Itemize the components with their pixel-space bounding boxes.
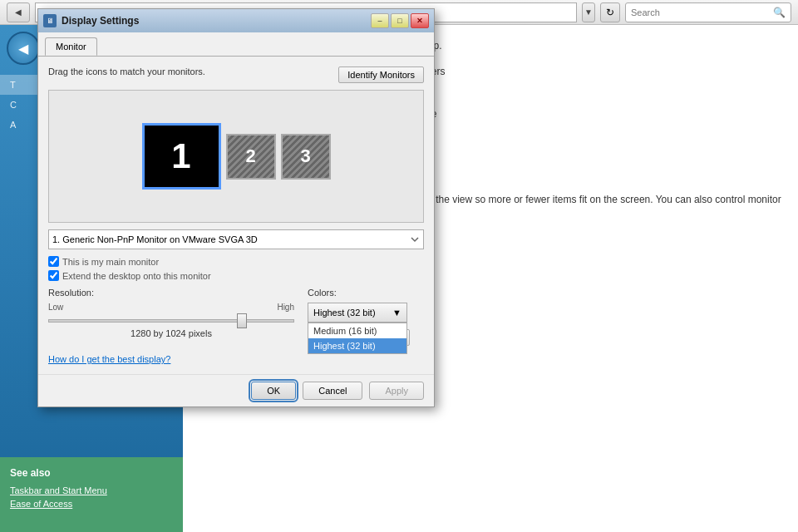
monitor-display-area: 1 2 3 bbox=[48, 90, 424, 223]
cancel-button[interactable]: Cancel bbox=[303, 382, 362, 400]
dialog-controls: – □ ✕ bbox=[371, 13, 429, 28]
ok-button[interactable]: OK bbox=[251, 382, 296, 400]
colors-label: Colors: bbox=[308, 288, 424, 298]
back-button[interactable]: ◀ bbox=[7, 2, 30, 22]
monitor-3-number: 3 bbox=[300, 145, 310, 167]
apply-button[interactable]: Apply bbox=[369, 382, 424, 400]
maximize-button[interactable]: □ bbox=[391, 13, 409, 28]
monitor-select-row: 1. Generic Non-PnP Monitor on VMware SVG… bbox=[48, 229, 424, 249]
top-row: Drag the icons to match your monitors. I… bbox=[48, 66, 424, 83]
colors-section: Colors: Highest (32 bit) ▼ Medium (16 bi… bbox=[308, 288, 424, 346]
colors-dropdown-menu: Medium (16 bit) Highest (32 bit) bbox=[308, 323, 407, 354]
refresh-button[interactable]: ↻ bbox=[600, 2, 620, 22]
monitor-3[interactable]: 3 bbox=[281, 134, 331, 180]
extend-desktop-label: Extend the desktop onto this monitor bbox=[62, 271, 211, 281]
search-input[interactable] bbox=[631, 7, 770, 17]
search-box[interactable]: 🔍 bbox=[625, 2, 791, 22]
help-link[interactable]: How do I get the best display? bbox=[48, 354, 424, 364]
colors-select-display[interactable]: Highest (32 bit) ▼ bbox=[308, 303, 407, 323]
resolution-section: Resolution: Low High 1280 by 1024 pixels bbox=[48, 288, 294, 338]
tab-monitor[interactable]: Monitor bbox=[45, 37, 97, 56]
colors-option-medium[interactable]: Medium (16 bit) bbox=[308, 323, 406, 338]
low-label: Low bbox=[48, 303, 63, 312]
dialog-title: Display Settings bbox=[62, 15, 139, 27]
colors-dropdown-arrow: ▼ bbox=[392, 308, 401, 318]
monitor-1-number: 1 bbox=[171, 136, 190, 176]
minimize-button[interactable]: – bbox=[371, 13, 389, 28]
dialog-title-left: 🖥 Display Settings bbox=[43, 14, 139, 27]
close-button[interactable]: ✕ bbox=[411, 13, 429, 28]
dialog-body: Drag the icons to match your monitors. I… bbox=[38, 57, 434, 374]
main-monitor-label: This is my main monitor bbox=[62, 257, 159, 267]
sidebar-back-button[interactable]: ◀ bbox=[7, 32, 40, 65]
monitor-1[interactable]: 1 bbox=[142, 123, 221, 190]
extend-desktop-row: Extend the desktop onto this monitor bbox=[48, 270, 424, 281]
slider-labels: Low High bbox=[48, 303, 294, 312]
dropdown-button[interactable]: ▼ bbox=[582, 2, 595, 22]
see-also-title: See also bbox=[10, 467, 173, 479]
colors-option-highest[interactable]: Highest (32 bit) bbox=[308, 338, 406, 353]
high-label: High bbox=[277, 303, 294, 312]
main-monitor-row: This is my main monitor bbox=[48, 256, 424, 267]
search-icon: 🔍 bbox=[773, 7, 786, 18]
resolution-label: Resolution: bbox=[48, 288, 294, 298]
drag-instruction: Drag the icons to match your monitors. bbox=[48, 66, 205, 76]
main-monitor-checkbox[interactable] bbox=[48, 256, 59, 267]
dialog-icon: 🖥 bbox=[43, 14, 57, 27]
colors-selected-value: Highest (32 bit) bbox=[313, 308, 376, 318]
checkboxes: This is my main monitor Extend the deskt… bbox=[48, 256, 424, 281]
see-also-section: See also Taskbar and Start Menu Ease of … bbox=[0, 457, 183, 532]
display-settings-dialog[interactable]: 🖥 Display Settings – □ ✕ Monitor Drag th… bbox=[37, 8, 435, 407]
resolution-slider[interactable] bbox=[48, 319, 294, 323]
dialog-titlebar: 🖥 Display Settings – □ ✕ bbox=[38, 9, 434, 32]
dialog-footer: OK Cancel Apply bbox=[38, 374, 434, 406]
taskbar-start-menu-link[interactable]: Taskbar and Start Menu bbox=[10, 485, 173, 495]
extend-desktop-checkbox[interactable] bbox=[48, 270, 59, 281]
monitor-2[interactable]: 2 bbox=[226, 134, 276, 180]
resolution-value: 1280 by 1024 pixels bbox=[48, 328, 294, 338]
colors-dropdown: Highest (32 bit) ▼ Medium (16 bit) Highe… bbox=[308, 303, 424, 323]
monitor-select[interactable]: 1. Generic Non-PnP Monitor on VMware SVG… bbox=[48, 229, 424, 249]
settings-row: Resolution: Low High 1280 by 1024 pixels… bbox=[48, 288, 424, 346]
identify-monitors-button[interactable]: Identify Monitors bbox=[338, 66, 424, 83]
dialog-tabs: Monitor bbox=[38, 32, 434, 57]
ease-of-access-link[interactable]: Ease of Access bbox=[10, 499, 173, 509]
monitor-2-number: 2 bbox=[245, 145, 255, 167]
